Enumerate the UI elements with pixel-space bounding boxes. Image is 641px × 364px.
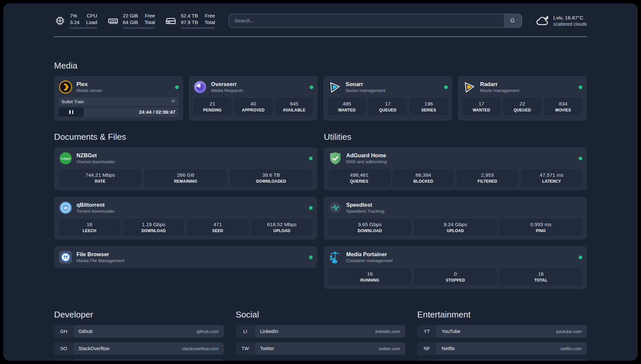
bookmark-url: twitter.com	[379, 346, 400, 351]
cloud-icon	[536, 14, 549, 27]
sonarr-icon	[328, 80, 342, 94]
stat-box: 22QUEUED	[503, 98, 541, 115]
search-provider-button[interactable]: G	[504, 14, 522, 27]
cpu-progress-bar	[70, 27, 97, 29]
utilities-column: Utilities	[324, 132, 587, 289]
disk-icon	[165, 15, 177, 27]
disk-free-value: 52.4 TB	[181, 13, 198, 19]
plex-icon	[59, 80, 73, 94]
stat-box: 945AVAILABLE	[275, 98, 313, 115]
portainer-icon	[328, 250, 342, 264]
stat-box: 47.571 msLATENCY	[521, 169, 583, 186]
bookmark-url: youtube.com	[556, 329, 582, 334]
memory-widget: 22 GiB Free 64 GiB Total	[107, 13, 155, 29]
disk-total-value: 97.9 TB	[181, 19, 198, 26]
service-title: Speedtest	[346, 202, 384, 208]
bookmark-name: Github	[78, 329, 93, 334]
status-dot	[579, 256, 582, 259]
bookmark-name: LinkedIn	[260, 329, 278, 334]
svg-text:nzbget: nzbget	[61, 157, 71, 160]
service-subtitle: Media File Management	[76, 258, 124, 263]
weather-location: Lviv, 16.87°C	[553, 15, 587, 21]
speedtest-icon	[328, 201, 342, 215]
service-subtitle: Container management	[346, 258, 393, 263]
radarr-icon	[462, 80, 476, 94]
stat-box: 9.65 GbpsDOWNLOAD	[328, 219, 411, 236]
bookmark-abbr: LI	[236, 325, 255, 338]
bookmark-github[interactable]: GH Github github.com	[54, 325, 224, 338]
cpu-usage-value: 7%	[70, 13, 79, 19]
stat-box: 196SERIES	[410, 98, 448, 115]
stat-box: 9.24 GbpsUPLOAD	[414, 219, 497, 236]
service-card-adguard[interactable]: AdGuard Home DNS and adblocking 498,461Q…	[324, 147, 587, 190]
bookmark-abbr: SO	[54, 342, 73, 355]
stat-box: 16LEECH	[59, 219, 120, 236]
section-title-entertainment: Entertainment	[417, 310, 587, 320]
service-subtitle: Usenet downloader	[76, 159, 115, 164]
bookmark-abbr: YT	[417, 325, 436, 338]
service-subtitle: Torrent downloader	[76, 209, 115, 214]
service-subtitle: Movie management	[480, 88, 519, 93]
weather-condition: scattered clouds	[553, 21, 587, 27]
service-card-plex[interactable]: Plex Media server Bullet Train	[54, 76, 183, 121]
stat-box: 39.6 TBDOWNLOADED	[230, 169, 313, 186]
memory-total-value: 64 GiB	[123, 19, 138, 26]
stat-box: 834MOVIES	[544, 98, 582, 115]
now-playing-title: Bullet Train	[62, 99, 84, 104]
service-card-radarr[interactable]: Radarr Movie management 17WANTED 22QUEUE…	[458, 76, 587, 121]
status-dot	[309, 206, 313, 210]
svg-text:qb: qb	[63, 206, 68, 210]
bookmarks-developer: Developer GH Github github.com SO StackO…	[54, 310, 224, 361]
media-grid: Plex Media server Bullet Train	[54, 76, 587, 121]
section-title-utilities: Utilities	[324, 132, 587, 142]
service-subtitle: DNS and adblocking	[346, 159, 387, 164]
service-card-overseerr[interactable]: Overseerr Media Requests 21PENDING 40APP…	[189, 76, 318, 121]
search-input[interactable]	[229, 14, 522, 28]
cpu-load-value: 3.24	[70, 19, 79, 26]
memory-free-value: 22 GiB	[123, 13, 138, 19]
bookmark-abbr: TW	[236, 342, 255, 355]
stat-box: 618.52 MbpsUPLOAD	[251, 219, 313, 236]
bookmark-name: Netflix	[442, 346, 455, 351]
stat-box: 0.993 msPING	[500, 219, 582, 236]
service-card-sonarr[interactable]: Sonarr Series management 485WANTED 17QUE…	[323, 76, 452, 121]
bookmark-netflix[interactable]: NF Netflix netflix.com	[417, 342, 587, 355]
stat-box: 21PENDING	[193, 98, 231, 115]
service-card-nzbget[interactable]: nzbget NZBGet Usenet downloader 744.21 M…	[54, 147, 317, 190]
bookmark-linkedin[interactable]: LI LinkedIn linkedin.com	[236, 325, 406, 338]
memory-free-label: Free	[144, 13, 155, 19]
filebrowser-icon	[59, 250, 73, 264]
status-dot	[444, 85, 448, 89]
status-dot	[175, 85, 179, 89]
dashboard-page: 7% CPU 3.24 Load	[3, 3, 638, 361]
service-title: Plex	[76, 81, 102, 87]
bookmark-youtube[interactable]: YT YouTube youtube.com	[417, 325, 587, 338]
pause-button[interactable]	[59, 107, 84, 117]
bookmark-abbr: RE	[417, 359, 436, 361]
settings-gear-icon[interactable]	[171, 99, 176, 105]
disk-progress-bar	[181, 27, 215, 29]
weather-widget[interactable]: Lviv, 16.87°C scattered clouds	[536, 14, 587, 27]
service-card-qbittorrent[interactable]: qb qBittorrent Torrent downloader 16LEEC…	[54, 197, 317, 240]
stat-box: 2,953FILTERED	[457, 169, 518, 186]
section-title-documents: Documents & Files	[54, 132, 317, 142]
documents-column: Documents & Files nzbget NZBGet Usenet d	[54, 132, 317, 268]
service-subtitle: Media server	[76, 88, 102, 93]
bookmark-twitter[interactable]: TW Twitter twitter.com	[236, 342, 406, 355]
service-card-filebrowser[interactable]: File Browser Media File Management	[54, 246, 317, 268]
bookmark-url: linkedin.com	[375, 329, 400, 334]
service-card-speedtest[interactable]: Speedtest Speedtest Tracking 9.65 GbpsDO…	[324, 197, 587, 240]
playback-progress-row: 24:44 / 02:06:47	[59, 107, 179, 117]
bookmark-dev[interactable]: DT DEV dev.to	[54, 359, 224, 361]
stat-box: 0STOPPED	[414, 268, 497, 285]
service-title: Sonarr	[346, 81, 385, 87]
bookmark-name: StackOverflow	[78, 346, 109, 351]
bookmark-reddit[interactable]: RE Reddit reddit.com	[417, 359, 587, 361]
disk-total-label: Total	[204, 19, 215, 26]
service-card-portainer[interactable]: Media Portainer Container management 16R…	[324, 246, 587, 289]
bookmark-abbr: NF	[417, 342, 436, 355]
bookmark-stackoverflow[interactable]: SO StackOverflow stackoverflow.com	[54, 342, 224, 355]
cpu-load-label: Load	[86, 19, 97, 26]
status-dot	[579, 157, 582, 160]
disk-free-label: Free	[204, 13, 215, 19]
